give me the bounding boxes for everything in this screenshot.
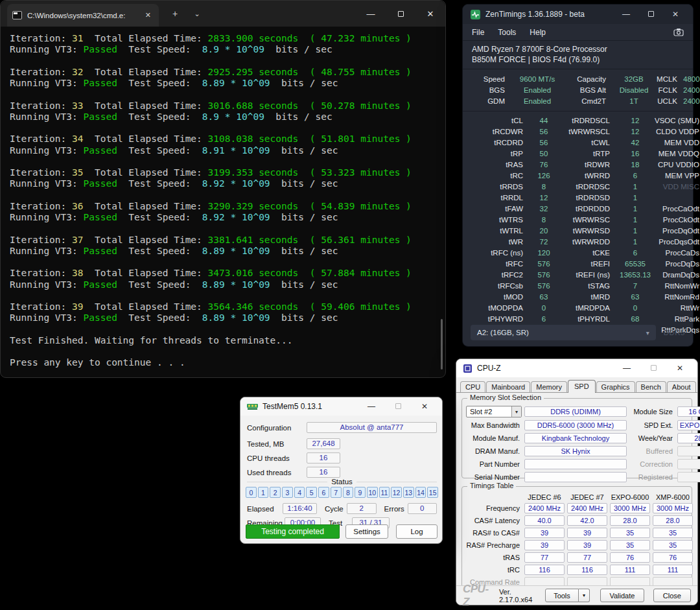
spd-field bbox=[677, 446, 700, 456]
tested-mb-field: 27,648 bbox=[307, 438, 340, 449]
zen-timing-label: tSTAG bbox=[559, 281, 616, 292]
timings-grid: tCL44tRDRDSCL12VSOC (SMU)1.1800VtRCDWR56… bbox=[463, 111, 693, 336]
zen-timing-value: Disabled bbox=[612, 85, 656, 96]
zen-timing-label: RttPark bbox=[655, 314, 700, 325]
tab-spd[interactable]: SPD bbox=[568, 380, 596, 393]
screenshot-icon[interactable] bbox=[673, 28, 684, 36]
slot-select[interactable]: Slot #2▾ bbox=[466, 406, 522, 417]
minimize-icon[interactable]: — bbox=[616, 364, 638, 373]
zen-timing-label: tRCDRD bbox=[472, 137, 529, 148]
zen-timing-value: 576 bbox=[529, 259, 559, 270]
zen-timing-label bbox=[655, 193, 700, 204]
zen-timing-label: tWR bbox=[472, 237, 529, 248]
spd-label: Module Size bbox=[629, 408, 675, 416]
timings-row-label: Frequency bbox=[466, 504, 522, 512]
zen-timing-value: 18 bbox=[616, 159, 655, 170]
cpu-threads-field: 16 bbox=[307, 452, 340, 463]
timings-row-label: RAS# to CAS# bbox=[466, 529, 522, 537]
status-cell: 0 bbox=[246, 487, 257, 498]
dimm-slot-select[interactable]: A2: (16GB, SR) ▾ bbox=[471, 325, 656, 340]
terminal-line: Iteration: 32 Total Elapsed Time: 2925.2… bbox=[10, 67, 438, 78]
maximize-icon[interactable] bbox=[386, 1, 415, 27]
zen-timing-value: 0 bbox=[616, 303, 655, 314]
zen-timing-value: 44 bbox=[529, 115, 559, 126]
zen-timing-value: 1T bbox=[612, 96, 656, 107]
tab-about[interactable]: About bbox=[667, 381, 696, 392]
memory-slot-grid: Slot #2▾DDR5 (UDIMM)Module Size16 GBytes… bbox=[462, 399, 692, 486]
status-cell: 4 bbox=[294, 487, 305, 498]
combo-caret-icon: ▾ bbox=[511, 406, 521, 417]
spd-field: Kingbank Technology bbox=[524, 433, 627, 443]
tab-bench[interactable]: Bench bbox=[636, 381, 666, 392]
cpuz-window: CPU-Z — ✕ CPUMainboardMemorySPDGraphicsB… bbox=[456, 358, 698, 605]
zen-timing-label: ProcCkOdt bbox=[655, 215, 700, 226]
configuration-field: Absolut @ anta777 bbox=[307, 422, 437, 433]
zen-timing-value: 120 bbox=[529, 248, 559, 259]
minimize-icon[interactable]: — bbox=[616, 10, 636, 19]
zen-timing-label: tCWL bbox=[559, 137, 616, 148]
timings-column-header: JEDEC #6 bbox=[524, 493, 565, 501]
settings-button[interactable]: Settings bbox=[345, 524, 388, 539]
timings-cell: 77 bbox=[567, 552, 607, 563]
close-icon[interactable]: ✕ bbox=[414, 402, 436, 411]
close-icon[interactable]: ✕ bbox=[415, 1, 445, 27]
terminal-tab[interactable]: C:\Windows\system32\cmd.e: ✕ bbox=[7, 4, 159, 27]
testmem5-title: TestMem5 0.13.1 bbox=[262, 402, 356, 411]
dimm-slot-label: A2: (16GB, SR) bbox=[477, 329, 529, 336]
status-cell: 11 bbox=[379, 487, 390, 498]
testmem5-window: TestMem5 0.13.1 — ✕ Configuration Absolu… bbox=[240, 397, 443, 544]
zen-timing-label: tRFC2 bbox=[472, 270, 529, 281]
maximize-icon bbox=[642, 364, 664, 373]
minimize-icon[interactable]: — bbox=[356, 1, 386, 27]
menu-item-file[interactable]: File bbox=[472, 28, 484, 37]
terminal-blank-line bbox=[10, 324, 438, 335]
zen-timing-value: 32GB bbox=[612, 74, 656, 85]
validate-button[interactable]: Validate bbox=[600, 589, 644, 602]
memory-summary-grid: Speed9600 MT/sCapacity32GBMCLK4800.00BGS… bbox=[463, 69, 693, 111]
terminal-line: Press any key to continue . . . bbox=[10, 357, 438, 368]
minimize-icon[interactable]: — bbox=[360, 402, 382, 411]
menu-item-help[interactable]: Help bbox=[530, 28, 546, 37]
zen-timing-value: 1 bbox=[616, 193, 655, 204]
new-tab-icon[interactable]: + bbox=[165, 1, 185, 27]
terminal-line: Test Finished. Waiting for threads to te… bbox=[10, 335, 438, 346]
close-icon[interactable]: ✕ bbox=[666, 10, 685, 19]
timings-row-label: tRAS bbox=[466, 554, 522, 561]
status-cell: 12 bbox=[391, 487, 402, 498]
testing-status-banner: Testing completed bbox=[246, 524, 340, 539]
zen-timing-value: 76 bbox=[529, 159, 559, 170]
status-cell: 14 bbox=[415, 487, 426, 498]
zen-timing-label: tFAW bbox=[472, 204, 529, 215]
spd-label: Part Number bbox=[466, 460, 522, 468]
zen-timing-value: 8 bbox=[529, 182, 559, 193]
spd-label: Max Bandwidth bbox=[466, 421, 522, 429]
terminal-blank-line bbox=[10, 257, 438, 268]
tab-close-icon[interactable]: ✕ bbox=[143, 10, 154, 21]
terminal-line: Iteration: 37 Total Elapsed Time: 3381.6… bbox=[10, 235, 438, 246]
maximize-icon[interactable] bbox=[641, 10, 660, 19]
zen-timing-label: MCLK bbox=[656, 74, 683, 85]
terminal-scrollbar[interactable] bbox=[441, 319, 443, 370]
version-label: Ver. 2.17.0.x64 bbox=[499, 588, 545, 604]
spd-label: Week/Year bbox=[629, 434, 675, 442]
tested-mb-row: Tested, MB 27,648 bbox=[247, 438, 437, 449]
zen-timing-label: tRDRDDD bbox=[559, 204, 616, 215]
zen-timing-label: VSOC (SMU) bbox=[655, 115, 700, 126]
terminal-tab-title: C:\Windows\system32\cmd.e: bbox=[27, 12, 137, 19]
close-icon[interactable]: ✕ bbox=[669, 364, 691, 373]
tab-cpu[interactable]: CPU bbox=[460, 381, 485, 392]
close-button[interactable]: Close bbox=[653, 589, 691, 602]
used-threads-field: 16 bbox=[307, 467, 340, 478]
tools-button[interactable]: Tools bbox=[545, 589, 579, 602]
tab-memory[interactable]: Memory bbox=[531, 381, 567, 392]
tab-mainboard[interactable]: Mainboard bbox=[486, 381, 530, 392]
log-button[interactable]: Log bbox=[396, 524, 438, 539]
tools-dropdown-icon[interactable]: ▾ bbox=[579, 589, 590, 602]
menu-item-tools[interactable]: Tools bbox=[498, 28, 516, 37]
tab-dropdown-icon[interactable]: ⌄ bbox=[187, 1, 207, 27]
timings-row-label: RAS# Precharge bbox=[466, 541, 522, 549]
tab-graphics[interactable]: Graphics bbox=[596, 381, 635, 392]
zen-timing-label: RttNomWr bbox=[655, 281, 700, 292]
timings-cell: 35 bbox=[610, 540, 650, 550]
timings-table-group: Timings Table JEDEC #6JEDEC #7EXPO-6000X… bbox=[461, 486, 692, 587]
